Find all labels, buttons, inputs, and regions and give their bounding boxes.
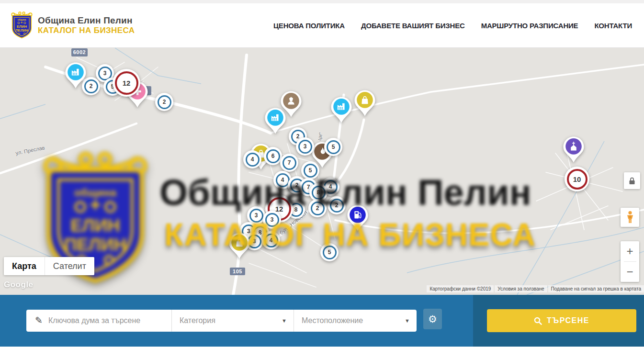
cluster-marker[interactable]: 4 bbox=[243, 150, 261, 168]
svg-text:ПЕЛИН: ПЕЛИН bbox=[15, 28, 28, 33]
search-icon bbox=[534, 317, 542, 325]
cluster-count: 2 bbox=[158, 95, 171, 109]
pegman-icon bbox=[625, 211, 635, 224]
pencil-icon: ✎ bbox=[35, 315, 43, 326]
header: община ЕЛИН ПЕЛИН Община Елин Пелин КАТА… bbox=[0, 3, 644, 48]
pin-marker-factory[interactable] bbox=[330, 96, 352, 125]
cluster-count: 8 bbox=[312, 186, 326, 200]
cluster-marker[interactable]: 12 bbox=[113, 69, 140, 97]
cluster-count: 6 bbox=[266, 149, 280, 163]
nav-add-business[interactable]: ДОБАВЕТЕ ВАШИЯТ БИЗНЕС bbox=[361, 22, 465, 30]
pin-marker-shopping[interactable] bbox=[354, 90, 376, 119]
top-strip bbox=[0, 0, 644, 3]
municipality-emblem-logo: община ЕЛИН ПЕЛИН bbox=[11, 11, 33, 39]
map-type-control: Карта Сателит bbox=[4, 257, 94, 275]
cluster-marker[interactable]: 5 bbox=[324, 138, 342, 156]
google-logo[interactable]: Google bbox=[4, 280, 34, 290]
nav-contacts[interactable]: КОНТАКТИ bbox=[594, 22, 632, 30]
pin-marker-shopping[interactable] bbox=[228, 232, 250, 261]
location-dropdown-label: Местоположение bbox=[302, 316, 363, 325]
nav-route-schedule[interactable]: МАРШРУТНО РАЗПИСАНИЕ bbox=[481, 22, 578, 30]
lock-button[interactable] bbox=[624, 172, 640, 189]
attribution-report-link[interactable]: Подаване на сигнал за грешка в картата bbox=[548, 285, 644, 292]
site-subtitle: КАТАЛОГ НА БИЗНЕСА bbox=[38, 26, 135, 35]
gear-icon: ⚙ bbox=[428, 313, 437, 325]
search-bar-right: ТЪРСЕНЕ bbox=[473, 295, 644, 347]
road-shield-label: 105 bbox=[230, 268, 245, 275]
main-nav: ЦЕНОВА ПОЛИТИКА ДОБАВЕТЕ ВАШИЯТ БИЗНЕС М… bbox=[273, 22, 632, 30]
cluster-count: 3 bbox=[265, 213, 279, 227]
cluster-marker[interactable]: 5 bbox=[320, 243, 339, 261]
map-view-button[interactable]: Карта bbox=[4, 257, 45, 275]
search-submit-label: ТЪРСЕНЕ bbox=[547, 316, 589, 325]
pin-marker-factory[interactable] bbox=[65, 62, 87, 91]
pin-marker-worker[interactable] bbox=[280, 90, 302, 120]
cluster-count: 4 bbox=[246, 153, 260, 167]
cluster-count: 5 bbox=[323, 246, 337, 259]
cluster-marker[interactable]: 6 bbox=[264, 147, 282, 165]
cluster-marker[interactable]: 2 bbox=[155, 93, 173, 111]
search-bar-left: ✎ Категория ▼ Местоположение ▼ ⚙ bbox=[0, 295, 473, 347]
attribution-copyright: Картографски данни ©2019 bbox=[427, 285, 494, 292]
pegman-street-view-button[interactable] bbox=[621, 208, 639, 227]
pin-marker-fuel[interactable] bbox=[347, 204, 369, 234]
zoom-in-button[interactable]: + bbox=[621, 241, 639, 261]
road-shield-label: 6002 bbox=[71, 48, 88, 56]
cluster-marker[interactable]: 4 bbox=[262, 231, 280, 249]
cluster-count: 5 bbox=[304, 164, 317, 178]
search-submit-button[interactable]: ТЪРСЕНЕ bbox=[487, 309, 636, 332]
keyword-search-input[interactable] bbox=[48, 316, 165, 325]
cluster-marker[interactable]: 10 bbox=[565, 167, 589, 191]
cluster-marker[interactable]: 7 bbox=[280, 154, 298, 172]
cluster-count: 4 bbox=[264, 234, 278, 247]
cluster-marker[interactable]: 3 bbox=[296, 137, 314, 156]
zoom-out-button[interactable]: − bbox=[621, 262, 639, 282]
location-dropdown[interactable]: Местоположение ▼ bbox=[294, 310, 417, 332]
cluster-marker[interactable]: 5 bbox=[301, 161, 319, 179]
brand[interactable]: община ЕЛИН ПЕЛИН Община Елин Пелин КАТА… bbox=[11, 11, 135, 39]
cluster-count: 5 bbox=[327, 140, 340, 154]
lock-icon bbox=[629, 177, 635, 185]
cluster-count: 10 bbox=[567, 169, 588, 190]
cluster-count: 3 bbox=[249, 209, 263, 223]
svg-text:община: община bbox=[18, 18, 26, 21]
cluster-count: 12 bbox=[115, 71, 138, 95]
search-bar: ✎ Категория ▼ Местоположение ▼ ⚙ ТЪРСЕНЕ bbox=[0, 295, 644, 347]
site-title: Община Елин Пелин bbox=[38, 15, 135, 26]
advanced-settings-button[interactable]: ⚙ bbox=[423, 309, 442, 329]
google-map[interactable]: 6002105ул. Преславци"бул. „Новосел 32512… bbox=[0, 48, 644, 295]
cluster-count: 3 bbox=[298, 140, 312, 154]
chevron-down-icon: ▼ bbox=[282, 318, 287, 324]
nav-pricing-policy[interactable]: ЦЕНОВА ПОЛИТИКА bbox=[273, 22, 345, 30]
zoom-control: + − bbox=[621, 241, 639, 282]
cluster-count: 2 bbox=[311, 201, 325, 215]
keyword-section: ✎ bbox=[26, 310, 171, 332]
satellite-view-button[interactable]: Сателит bbox=[45, 257, 94, 275]
cluster-marker[interactable]: 2 bbox=[308, 199, 327, 217]
attribution-terms-link[interactable]: Условия за ползване bbox=[495, 285, 547, 292]
search-pill: ✎ Категория ▼ Местоположение ▼ bbox=[26, 310, 417, 332]
category-dropdown[interactable]: Категория ▼ bbox=[171, 310, 294, 332]
category-dropdown-label: Категория bbox=[180, 316, 215, 325]
map-attribution: Картографски данни ©2019 Условия за полз… bbox=[427, 285, 644, 292]
cluster-count: 7 bbox=[282, 156, 296, 170]
chevron-down-icon: ▼ bbox=[405, 318, 410, 324]
pin-marker-church[interactable] bbox=[563, 136, 585, 165]
cluster-count: 2 bbox=[330, 199, 344, 213]
cluster-marker[interactable]: 2 bbox=[328, 196, 346, 214]
